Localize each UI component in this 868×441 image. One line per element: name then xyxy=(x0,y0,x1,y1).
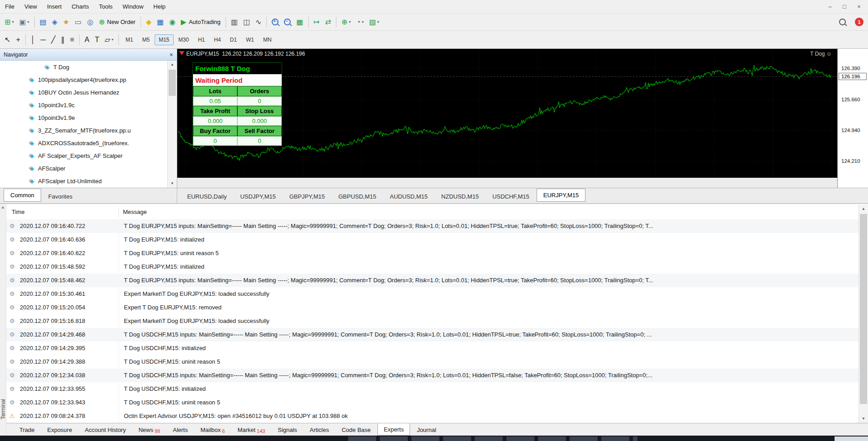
trendline-icon[interactable]: ╱ xyxy=(49,34,58,45)
options-icon[interactable]: ▦ xyxy=(155,17,166,27)
fibonacci-icon[interactable]: ≡ xyxy=(68,34,76,45)
new-chart-icon[interactable]: ⊞▾ xyxy=(2,17,16,27)
price-axis[interactable]: 126.390125.660124.940124.210126.196 xyxy=(837,49,868,188)
terminal-close-icon[interactable]: × xyxy=(1,205,4,210)
close-button[interactable]: × xyxy=(853,2,865,11)
terminal-scrollbar[interactable]: ▲ ▼ xyxy=(859,205,868,423)
cursor-icon[interactable]: ↖ xyxy=(2,34,13,45)
timeframe-M1[interactable]: M1 xyxy=(122,34,137,45)
menu-insert[interactable]: Insert xyxy=(42,0,67,14)
menu-help[interactable]: Help xyxy=(148,0,170,14)
vertical-line-icon[interactable]: │ xyxy=(28,34,38,45)
horizontal-line-icon[interactable]: ─ xyxy=(38,34,48,45)
scroll-down-icon[interactable]: ▼ xyxy=(859,415,868,423)
menu-file[interactable]: File xyxy=(0,0,19,14)
profiles-icon[interactable]: ▣▾ xyxy=(17,17,31,27)
navigator-tab-common[interactable]: Common xyxy=(4,189,41,202)
chart-tab-nzdusd-m15[interactable]: NZDUSD,M15 xyxy=(435,191,485,202)
timeframe-MN[interactable]: MN xyxy=(259,34,276,45)
timeframe-D1[interactable]: D1 xyxy=(226,34,241,45)
timeframe-W1[interactable]: W1 xyxy=(242,34,258,45)
indicators-icon[interactable]: ⊕▾ xyxy=(339,17,353,27)
terminal-tab-news[interactable]: News99 xyxy=(132,424,166,436)
strategy-tester-icon[interactable]: ◎ xyxy=(85,17,95,27)
terminal-tab-exposure[interactable]: Exposure xyxy=(41,424,78,436)
navigator-icon[interactable]: ★ xyxy=(61,17,71,27)
text-icon[interactable]: A xyxy=(82,34,92,45)
terminal-tab-alerts[interactable]: Alerts xyxy=(167,424,193,436)
quick-nav-arrow-icon[interactable] xyxy=(179,51,184,55)
terminal-tab-signals[interactable]: Signals xyxy=(272,424,303,436)
chart-tab-audusd-m15[interactable]: AUDUSD,M15 xyxy=(383,191,434,202)
log-row[interactable]: ⚙2020.12.07 09:12:33.943T Dog USDCHF,M15… xyxy=(6,396,859,409)
periods-icon[interactable]: ◔▾ xyxy=(354,17,366,27)
timeframe-M5[interactable]: M5 xyxy=(138,34,154,45)
log-row[interactable]: ⚙2020.12.07 09:15:48.592T Dog EURJPY,M15… xyxy=(6,260,859,274)
navigator-item[interactable]: ◈AFScalper Ltd-Unlimited xyxy=(0,175,167,187)
navigator-item[interactable]: ◈3_ZZ_Semafor_MTF(trueforex.pp.u xyxy=(0,124,167,137)
scroll-up-icon[interactable]: ▲ xyxy=(859,205,868,213)
terminal-tab-trade[interactable]: Trade xyxy=(14,424,40,436)
notification-badge[interactable]: 1 xyxy=(855,18,863,26)
scrollbar-thumb[interactable] xyxy=(169,70,176,96)
timeframe-H4[interactable]: H4 xyxy=(210,34,225,45)
log-row[interactable]: ⚙2020.12.07 09:16:40.622T Dog EURJPY,M15… xyxy=(6,247,859,260)
community-icon[interactable]: ◉ xyxy=(167,17,178,27)
chart-tab-usdjpy-m15[interactable]: USDJPY,M15 xyxy=(234,191,282,202)
terminal-tab-market[interactable]: Market143 xyxy=(231,424,271,436)
scroll-up-icon[interactable]: ▲ xyxy=(168,61,177,69)
zoom-out-icon[interactable]: − xyxy=(282,17,293,27)
search-icon[interactable] xyxy=(837,17,848,27)
chart-area[interactable]: EURJPY,M15 126.202 126.209 126.192 126.1… xyxy=(177,49,837,178)
log-row[interactable]: ⚙2020.12.07 09:15:48.462T Dog EURJPY,M15… xyxy=(6,274,859,287)
log-row[interactable]: ⚙2020.12.07 09:12:34.038T Dog USDCHF,M15… xyxy=(6,369,859,382)
candlestick-icon[interactable]: ◫ xyxy=(241,17,252,27)
log-row[interactable]: ⚙2020.12.07 09:15:30.461Expert Market\T … xyxy=(6,287,859,301)
log-row[interactable]: ⚙2020.12.07 09:15:20.054Expert T Dog EUR… xyxy=(6,301,859,314)
terminal-tab-mailbox[interactable]: Mailbox6 xyxy=(194,424,231,436)
navigator-item[interactable]: ◈T Dog xyxy=(0,61,167,73)
chart-tab-eurjpy-m15[interactable]: EURJPY,M15 xyxy=(537,189,586,202)
autotrading-button[interactable]: ▶AutoTrading xyxy=(179,17,223,27)
timeframe-H1[interactable]: H1 xyxy=(194,34,209,45)
navigator-item[interactable]: ◈10BUY Octin Jesus Hernandez xyxy=(0,86,167,99)
log-row[interactable]: ⚙2020.12.07 09:14:29.395T Dog USDCHF,M15… xyxy=(6,341,859,355)
terminal-tab-experts[interactable]: Experts xyxy=(377,423,410,436)
minimize-button[interactable]: – xyxy=(824,2,836,11)
metaeditor-icon[interactable]: ◆ xyxy=(144,17,154,27)
crosshair-icon[interactable]: + xyxy=(14,34,22,45)
navigator-close-icon[interactable]: × xyxy=(170,52,173,58)
scrollbar-thumb[interactable] xyxy=(860,214,867,404)
chart-tab-usdchf-m15[interactable]: USDCHF,M15 xyxy=(486,191,536,202)
terminal-tab-account-history[interactable]: Account History xyxy=(79,424,132,436)
templates-icon[interactable]: ▧▾ xyxy=(367,17,381,27)
navigator-item[interactable]: ◈10point3v1.9e xyxy=(0,111,167,124)
autoscroll-icon[interactable]: ↦ xyxy=(311,17,322,27)
bar-chart-icon[interactable]: ▥ xyxy=(229,17,240,27)
navigator-tab-favorites[interactable]: Favorites xyxy=(42,191,79,202)
shapes-icon[interactable]: ▱▾ xyxy=(103,34,116,45)
timeframe-M15[interactable]: M15 xyxy=(155,34,173,45)
menu-charts[interactable]: Charts xyxy=(66,0,94,14)
terminal-icon[interactable]: ▭ xyxy=(72,17,84,27)
channel-icon[interactable]: ∥ xyxy=(59,34,67,45)
line-chart-icon[interactable]: ∿ xyxy=(253,17,264,27)
menu-view[interactable]: View xyxy=(19,0,42,14)
log-row[interactable]: ⚙2020.12.07 09:14:29.468T Dog USDCHF,M15… xyxy=(6,328,859,341)
log-row[interactable]: ⚙2020.12.07 09:16:40.636T Dog EURJPY,M15… xyxy=(6,233,859,247)
navigator-item[interactable]: ◈10point3v1.9c xyxy=(0,99,167,111)
tile-windows-icon[interactable]: ▦ xyxy=(294,17,305,27)
navigator-item[interactable]: ◈AF Scalper_Experts_AF Scalper xyxy=(0,149,167,162)
timeframe-M30[interactable]: M30 xyxy=(175,34,193,45)
menu-window[interactable]: Window xyxy=(118,0,148,14)
log-row[interactable]: ⚙2020.12.07 09:16:40.722T Dog EURJPY,M15… xyxy=(6,219,859,233)
terminal-tab-journal[interactable]: Journal xyxy=(411,424,442,436)
market-watch-icon[interactable]: ▤ xyxy=(38,17,49,27)
chart-shift-icon[interactable]: ⇄ xyxy=(323,17,333,27)
terminal-tab-code-base[interactable]: Code Base xyxy=(336,424,377,436)
navigator-item[interactable]: ◈ADXCROSSautotrade5_(trueforex. xyxy=(0,137,167,149)
chart-tab-gbpjpy-m15[interactable]: GBPJPY,M15 xyxy=(283,191,331,202)
navigator-scrollbar[interactable]: ▲ ▼ xyxy=(167,61,177,188)
scroll-down-icon[interactable]: ▼ xyxy=(168,180,177,188)
menu-tools[interactable]: Tools xyxy=(94,0,118,14)
